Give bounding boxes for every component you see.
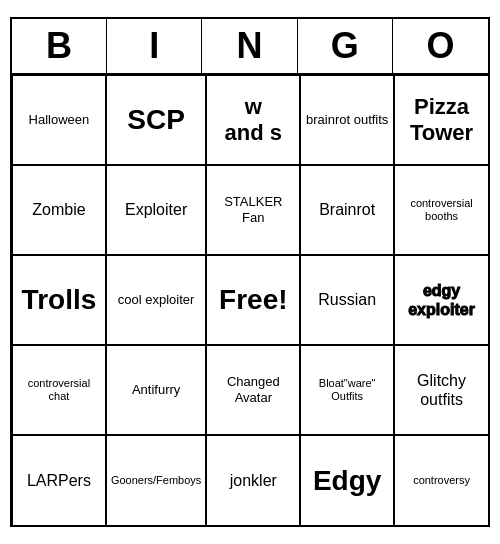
cell-text-15: controversial chat bbox=[17, 377, 101, 403]
bingo-cell-24: controversy bbox=[394, 435, 488, 525]
cell-text-18: Bloat"ware" Outfits bbox=[305, 377, 389, 403]
bingo-cell-18: Bloat"ware" Outfits bbox=[300, 345, 394, 435]
cell-text-9: controversial booths bbox=[399, 197, 484, 223]
cell-text-8: Brainrot bbox=[319, 200, 375, 219]
bingo-cell-8: Brainrot bbox=[300, 165, 394, 255]
bingo-cell-14: edgy exploiter bbox=[394, 255, 488, 345]
cell-text-16: Antifurry bbox=[132, 382, 180, 398]
bingo-cell-4: Pizza Tower bbox=[394, 75, 488, 165]
header-letter-g: G bbox=[298, 19, 393, 73]
cell-text-24: controversy bbox=[413, 474, 470, 487]
bingo-cell-5: Zombie bbox=[12, 165, 106, 255]
cell-text-4: Pizza Tower bbox=[399, 94, 484, 147]
bingo-cell-13: Russian bbox=[300, 255, 394, 345]
bingo-cell-20: LARPers bbox=[12, 435, 106, 525]
bingo-cell-17: Changed Avatar bbox=[206, 345, 300, 435]
cell-text-5: Zombie bbox=[32, 200, 85, 219]
bingo-header: BINGO bbox=[12, 19, 488, 75]
bingo-grid: HalloweenSCPwand sbrainrot outfitsPizza … bbox=[12, 75, 488, 525]
cell-text-11: cool exploiter bbox=[118, 292, 195, 308]
cell-text-1: SCP bbox=[127, 103, 185, 137]
header-letter-n: N bbox=[202, 19, 297, 73]
bingo-cell-12: Free! bbox=[206, 255, 300, 345]
header-letter-i: I bbox=[107, 19, 202, 73]
bingo-cell-6: Exploiter bbox=[106, 165, 206, 255]
cell-text-14: edgy exploiter bbox=[399, 281, 484, 319]
bingo-cell-2: wand s bbox=[206, 75, 300, 165]
cell-text-7: STALKER Fan bbox=[211, 194, 295, 225]
bingo-cell-19: Glitchy outfits bbox=[394, 345, 488, 435]
cell-text-22: jonkler bbox=[230, 471, 277, 490]
bingo-cell-3: brainrot outfits bbox=[300, 75, 394, 165]
bingo-cell-9: controversial booths bbox=[394, 165, 488, 255]
cell-text-0: Halloween bbox=[29, 112, 90, 128]
cell-text-20: LARPers bbox=[27, 471, 91, 490]
cell-text-19: Glitchy outfits bbox=[399, 371, 484, 409]
cell-text-3: brainrot outfits bbox=[306, 112, 388, 128]
bingo-cell-15: controversial chat bbox=[12, 345, 106, 435]
cell-text-2: wand s bbox=[225, 94, 282, 147]
bingo-cell-16: Antifurry bbox=[106, 345, 206, 435]
cell-text-6: Exploiter bbox=[125, 200, 187, 219]
cell-text-10: Trolls bbox=[22, 283, 97, 317]
bingo-cell-22: jonkler bbox=[206, 435, 300, 525]
bingo-cell-23: Edgy bbox=[300, 435, 394, 525]
bingo-cell-21: Gooners/Femboys bbox=[106, 435, 206, 525]
bingo-cell-11: cool exploiter bbox=[106, 255, 206, 345]
header-letter-o: O bbox=[393, 19, 488, 73]
cell-text-23: Edgy bbox=[313, 464, 381, 498]
cell-text-13: Russian bbox=[318, 290, 376, 309]
header-letter-b: B bbox=[12, 19, 107, 73]
bingo-cell-0: Halloween bbox=[12, 75, 106, 165]
bingo-cell-7: STALKER Fan bbox=[206, 165, 300, 255]
cell-text-12: Free! bbox=[219, 283, 287, 317]
bingo-card: BINGO HalloweenSCPwand sbrainrot outfits… bbox=[10, 17, 490, 527]
cell-text-17: Changed Avatar bbox=[211, 374, 295, 405]
cell-text-21: Gooners/Femboys bbox=[111, 474, 201, 487]
bingo-cell-1: SCP bbox=[106, 75, 206, 165]
bingo-cell-10: Trolls bbox=[12, 255, 106, 345]
